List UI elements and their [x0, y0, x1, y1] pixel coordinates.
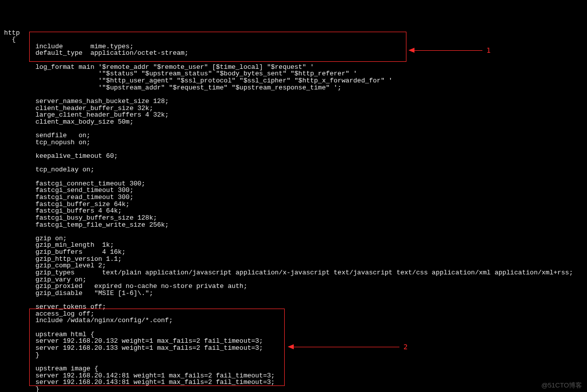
watermark-text: @51CTO博客: [541, 382, 582, 389]
code-block: http { include mime.types; default_type …: [0, 28, 587, 392]
